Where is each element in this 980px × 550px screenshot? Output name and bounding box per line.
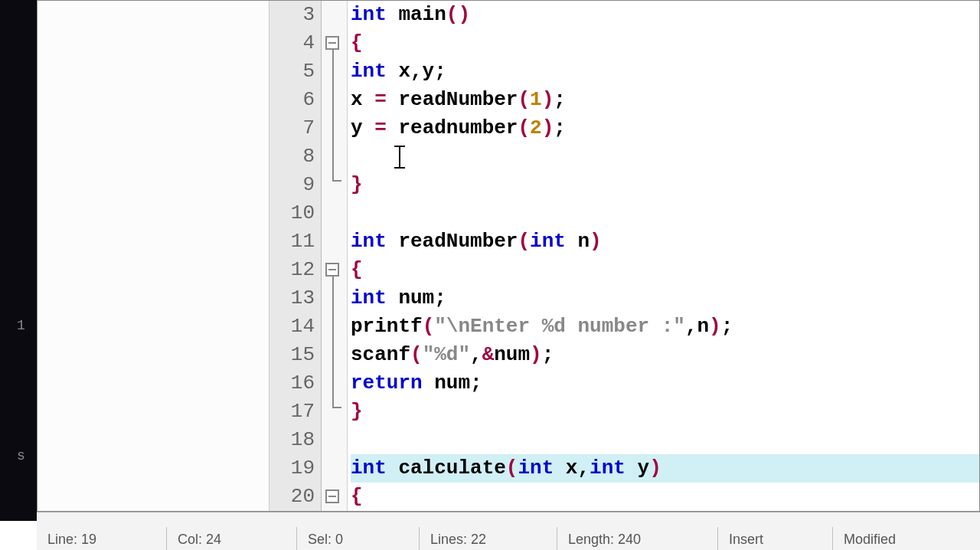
fold-toggle-icon[interactable]	[325, 263, 339, 277]
line-number[interactable]: 5	[270, 57, 321, 86]
code-line: {	[351, 483, 979, 511]
status-sel: Sel: 0	[297, 527, 420, 550]
fold-guide-end	[332, 407, 341, 408]
line-number[interactable]: 19	[270, 454, 321, 483]
status-length: Length: 240	[557, 527, 718, 550]
line-number[interactable]: 11	[270, 228, 321, 256]
line-number[interactable]: 4	[270, 29, 321, 57]
status-bar: Line: 19 Col: 24 Sel: 0 Lines: 22 Length…	[37, 512, 980, 550]
line-number-gutter[interactable]: 3 4 5 6 7 8 9 10 11 12 13 14 15 16 17 18…	[270, 1, 322, 511]
code-line: {	[351, 256, 979, 284]
code-line: x = readNumber(1);	[351, 86, 979, 114]
code-line-active: int calculate(int x,int y)	[351, 454, 979, 483]
code-line: int x,y;	[351, 57, 979, 86]
code-line: printf("\nEnter %d number :",n);	[351, 313, 979, 341]
code-line: return num;	[351, 369, 979, 398]
background-panel: 1 s	[0, 0, 37, 521]
status-line: Line: 19	[37, 527, 167, 550]
line-number[interactable]: 18	[270, 426, 321, 454]
code-line: int num;	[351, 284, 979, 313]
status-lines: Lines: 22	[420, 527, 557, 550]
stray-text: 1	[17, 260, 37, 391]
line-number[interactable]: 6	[270, 86, 321, 114]
line-number[interactable]: 15	[270, 341, 321, 369]
line-number[interactable]: 7	[270, 114, 321, 142]
fold-guide	[332, 50, 334, 180]
code-line: }	[351, 398, 979, 426]
code-line	[351, 426, 979, 454]
line-number[interactable]: 3	[270, 1, 321, 29]
stray-text: s	[17, 391, 37, 521]
line-number[interactable]: 17	[270, 398, 321, 426]
status-insert-mode: Insert	[718, 527, 833, 550]
code-line: int main()	[351, 1, 979, 29]
status-col: Col: 24	[167, 527, 297, 550]
editor-left-margin	[38, 1, 270, 511]
code-line: y = readnumber(2);	[351, 114, 979, 142]
code-editor[interactable]: int main() { int x,y; x = readNumber(1);…	[348, 1, 979, 511]
fold-toggle-icon[interactable]	[325, 489, 339, 503]
line-number[interactable]: 13	[270, 284, 321, 313]
code-line: int readNumber(int n)	[351, 228, 979, 256]
code-line: scanf("%d",&num);	[351, 341, 979, 369]
fold-guide-end	[332, 180, 341, 182]
line-number[interactable]: 14	[270, 313, 321, 341]
editor-panel: 3 4 5 6 7 8 9 10 11 12 13 14 15 16 17 18…	[37, 0, 980, 512]
fold-toggle-icon[interactable]	[325, 36, 339, 50]
fold-guide	[332, 277, 334, 407]
fold-column	[322, 1, 348, 511]
line-number[interactable]: 9	[270, 171, 321, 199]
line-number[interactable]: 16	[270, 369, 321, 398]
code-line: }	[351, 171, 979, 199]
line-number[interactable]: 8	[270, 142, 321, 171]
line-number[interactable]: 10	[270, 199, 321, 228]
line-number[interactable]: 12	[270, 256, 321, 284]
code-line: {	[351, 29, 979, 57]
code-line	[351, 199, 979, 228]
code-line	[351, 142, 979, 171]
status-modified: Modified	[833, 527, 980, 550]
line-number[interactable]: 20	[270, 483, 321, 511]
